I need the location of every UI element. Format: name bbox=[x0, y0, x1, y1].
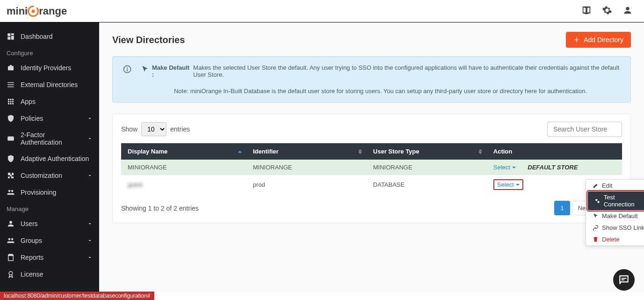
sidebar-item-label: Dashboard bbox=[21, 33, 53, 40]
sidebar-item-license[interactable]: License bbox=[0, 266, 99, 283]
apps-icon bbox=[7, 97, 15, 106]
main-content: View Directories Add Directory Make Defa… bbox=[99, 22, 644, 293]
table-footer: Showing 1 to 2 of 2 entries 1 Next Last bbox=[121, 201, 622, 215]
sidebar-item-label: Apps bbox=[21, 98, 36, 105]
directories-table: Display Name Identifier User Store Type … bbox=[121, 143, 622, 194]
th-user-store-type[interactable]: User Store Type bbox=[367, 143, 487, 160]
sidebar-item-label: Reports bbox=[21, 254, 43, 261]
sidebar-item-label: Policies bbox=[21, 115, 43, 122]
chat-fab[interactable] bbox=[613, 269, 635, 291]
sidebar-item-reports[interactable]: Reports bbox=[0, 249, 99, 266]
chevron-down-icon bbox=[87, 116, 93, 121]
cursor-icon bbox=[141, 65, 149, 73]
show-label-pre: Show bbox=[121, 125, 137, 133]
cell-identifier: MINIORANGE bbox=[246, 160, 367, 175]
docs-icon[interactable] bbox=[581, 5, 592, 17]
sidebar-item-label: Identity Providers bbox=[21, 64, 71, 72]
logo-part-pre: mini bbox=[7, 5, 28, 17]
sidebar-item-label: External Directories bbox=[21, 81, 78, 88]
user-icon bbox=[7, 220, 15, 228]
logo: mini range bbox=[7, 5, 67, 18]
user-icon[interactable] bbox=[622, 5, 633, 17]
puzzle-icon bbox=[7, 171, 15, 180]
clipboard-icon bbox=[7, 253, 15, 262]
group-icon bbox=[7, 236, 15, 245]
sidebar-item-external-directories[interactable]: External Directories bbox=[0, 76, 99, 93]
sidebar-item-apps[interactable]: Apps bbox=[0, 93, 99, 110]
topbar: mini range bbox=[0, 0, 644, 22]
th-action: Action bbox=[487, 143, 622, 160]
logo-accent-icon bbox=[27, 5, 40, 18]
sidebar-item-label: License bbox=[21, 271, 43, 278]
th-identifier[interactable]: Identifier bbox=[246, 143, 367, 160]
info-heading: Make Default : bbox=[152, 64, 190, 78]
entries-select[interactable]: 10 bbox=[141, 122, 166, 136]
sidebar-item-2fa[interactable]: 2-Factor Authentication bbox=[0, 127, 99, 150]
page-1-button[interactable]: 1 bbox=[554, 201, 570, 215]
info-body-text: Makes the selected User Store the defaul… bbox=[193, 64, 620, 78]
shield-check-icon bbox=[7, 154, 15, 163]
svg-point-5 bbox=[127, 67, 128, 68]
table-row: MINIORANGE MINIORANGE MINIORANGE Select … bbox=[121, 160, 622, 175]
dropdown-test-connection[interactable]: Test Connection bbox=[588, 191, 644, 210]
sidebar: Dashboard Configure Identity Providers E… bbox=[0, 22, 99, 293]
svg-rect-6 bbox=[127, 69, 128, 71]
cell-type: MINIORANGE bbox=[367, 160, 487, 175]
sidebar-item-policies[interactable]: Policies bbox=[0, 110, 99, 127]
th-display-name[interactable]: Display Name bbox=[121, 143, 246, 160]
search-input[interactable] bbox=[547, 122, 622, 137]
status-bar-url: localhost:8080/admin/customer/testdataba… bbox=[0, 292, 154, 300]
page-title: View Directories bbox=[112, 35, 185, 45]
top-icon-bar bbox=[581, 5, 633, 17]
shield-icon bbox=[7, 114, 15, 123]
chat-icon bbox=[618, 274, 630, 286]
table-card: Show 10 entries Display Name Identifier … bbox=[112, 114, 631, 223]
sidebar-item-customization[interactable]: Customization bbox=[0, 167, 99, 184]
sidebar-item-provisioning[interactable]: Provisioning bbox=[0, 184, 99, 201]
cell-display-name: MINIORANGE bbox=[121, 160, 246, 175]
sidebar-item-dashboard[interactable]: Dashboard bbox=[0, 28, 99, 45]
dropdown-show-sso-link[interactable]: Show SSO Link bbox=[586, 222, 644, 234]
entries-selector: Show 10 entries bbox=[121, 122, 190, 136]
logo-part-post: range bbox=[39, 5, 67, 17]
section-configure: Configure bbox=[0, 45, 99, 59]
gear-icon[interactable] bbox=[602, 5, 612, 17]
cell-action: Select DEFAULT STORE bbox=[487, 160, 622, 175]
sidebar-item-identity-providers[interactable]: Identity Providers bbox=[0, 59, 99, 76]
trash-icon bbox=[593, 236, 599, 242]
svg-point-7 bbox=[595, 199, 597, 201]
info-body: Make Default : Makes the selected User S… bbox=[141, 64, 620, 95]
show-label-post: entries bbox=[170, 125, 190, 133]
dropdown-edit[interactable]: Edit bbox=[586, 180, 644, 191]
sidebar-item-label: Groups bbox=[21, 237, 42, 244]
info-note: Note: miniOrange In-Built Database is th… bbox=[141, 88, 620, 95]
sidebar-item-groups[interactable]: Groups bbox=[0, 232, 99, 249]
svg-point-1 bbox=[32, 9, 35, 13]
info-icon bbox=[123, 65, 131, 73]
link-icon bbox=[593, 225, 599, 231]
select-dropdown[interactable]: Select bbox=[493, 179, 523, 190]
badge-icon bbox=[7, 270, 15, 278]
cell-identifier: prod bbox=[246, 175, 367, 194]
sidebar-item-label: Adaptive Authentication bbox=[21, 155, 89, 162]
showing-text: Showing 1 to 2 of 2 entries bbox=[121, 205, 199, 212]
sidebar-item-users[interactable]: Users bbox=[0, 215, 99, 232]
svg-point-3 bbox=[9, 271, 13, 275]
dropdown-make-default[interactable]: Make Default bbox=[586, 210, 644, 222]
sidebar-item-adaptive-auth[interactable]: Adaptive Authentication bbox=[0, 150, 99, 167]
edit-icon bbox=[593, 183, 599, 189]
default-store-label: DEFAULT STORE bbox=[528, 164, 578, 171]
list-icon bbox=[7, 80, 15, 89]
chevron-down-icon bbox=[87, 238, 93, 243]
key-icon bbox=[7, 134, 15, 143]
add-directory-button[interactable]: Add Directory bbox=[566, 32, 631, 48]
sidebar-item-label: Customization bbox=[21, 172, 62, 179]
action-dropdown: Edit Test Connection Make Default Show S… bbox=[586, 179, 644, 246]
cell-display-name: guest bbox=[121, 175, 246, 194]
dropdown-delete[interactable]: Delete bbox=[586, 234, 644, 245]
sidebar-item-label: Users bbox=[21, 220, 38, 227]
chevron-down-icon bbox=[87, 136, 93, 141]
add-button-label: Add Directory bbox=[584, 36, 623, 44]
select-dropdown[interactable]: Select bbox=[493, 164, 516, 171]
table-controls: Show 10 entries bbox=[121, 122, 622, 137]
